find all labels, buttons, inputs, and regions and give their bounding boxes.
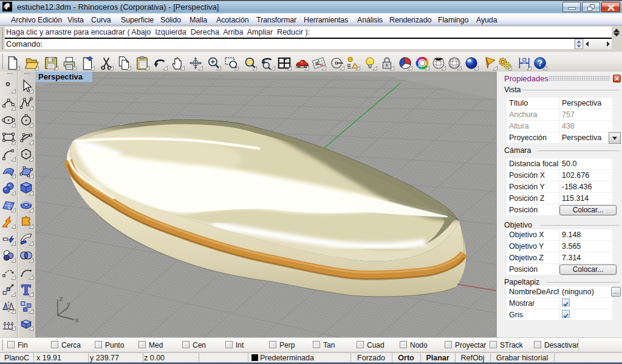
svg-text:?: ? (538, 58, 543, 68)
svg-text:z: z (60, 295, 63, 302)
svg-text:x: x (75, 316, 79, 323)
svg-text:y: y (67, 300, 70, 308)
